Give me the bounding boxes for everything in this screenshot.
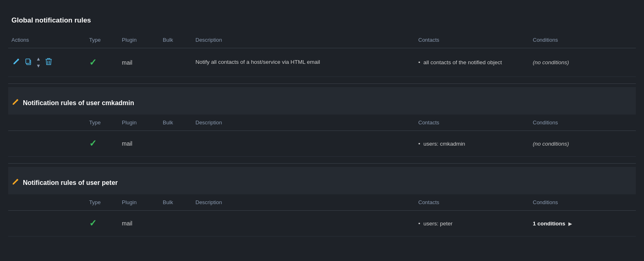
- cmkadmin-description-cell: [192, 142, 415, 145]
- move-down-button[interactable]: ▼: [35, 63, 42, 69]
- cmkadmin-bulk-cell: [159, 142, 192, 145]
- arrow-up-icon: ▲: [36, 56, 41, 61]
- peter-type-cell: ✓: [86, 216, 119, 230]
- peter-description-cell: [192, 222, 415, 225]
- peter-col-actions: Actions: [8, 198, 86, 207]
- peter-col-contacts: Contacts: [415, 198, 530, 207]
- copy-button[interactable]: [24, 57, 33, 68]
- peter-col-type: Type: [86, 198, 119, 207]
- peter-conditions-link[interactable]: 1 conditions: [533, 220, 565, 227]
- contacts-value: all contacts of the notified object: [424, 59, 502, 65]
- description-cell: Notify all contacts of a host/service vi…: [192, 56, 415, 68]
- peter-col-conditions: Conditions: [530, 198, 636, 207]
- col-header-description: Description: [192, 35, 415, 45]
- cmkadmin-col-bulk: Bulk: [159, 118, 192, 127]
- cmkadmin-table-row: ✓ mail • users: cmkadmin (no conditions): [8, 131, 636, 157]
- col-header-conditions: Conditions: [530, 35, 636, 45]
- delete-button[interactable]: [44, 56, 53, 68]
- cmkadmin-table-header: Actions Type Plugin Bulk Description Con…: [8, 115, 636, 131]
- actions-cell: ▲ ▼: [8, 54, 86, 71]
- global-section-title-bar: Global notification rules: [8, 7, 636, 32]
- plugin-cell: mail: [119, 58, 159, 68]
- section-divider-2: [8, 163, 636, 164]
- peter-contacts-cell: • users: peter: [415, 219, 530, 228]
- svg-rect-1: [26, 59, 30, 63]
- col-header-contacts: Contacts: [415, 35, 530, 45]
- cmkadmin-col-contacts: Contacts: [415, 118, 530, 127]
- cmkadmin-actions-cell: [8, 142, 86, 145]
- contacts-cell: • all contacts of the notified object: [415, 58, 530, 67]
- peter-chevron-right-icon: ▶: [568, 221, 572, 227]
- peter-col-description: Description: [192, 198, 415, 207]
- type-cell: ✓: [86, 56, 119, 70]
- cmkadmin-contacts-cell: • users: cmkadmin: [415, 139, 530, 148]
- arrow-down-icon: ▼: [36, 63, 41, 68]
- copy-icon: [25, 58, 32, 67]
- global-table-row: ▲ ▼ ✓ mail: [8, 48, 636, 77]
- peter-bullet-icon: •: [418, 220, 420, 227]
- cmkadmin-contacts-value: users: cmkadmin: [424, 141, 465, 147]
- cmkadmin-col-type: Type: [86, 118, 119, 127]
- peter-col-plugin: Plugin: [119, 198, 159, 207]
- peter-table-header: Actions Type Plugin Bulk Description Con…: [8, 194, 636, 211]
- edit-button[interactable]: [11, 56, 21, 68]
- peter-section-title-bar: Notification rules of user peter: [8, 167, 636, 194]
- peter-table-row: ✓ mail • users: peter 1 conditions ▶: [8, 211, 636, 236]
- pencil-peter-icon: [11, 178, 20, 188]
- peter-bulk-cell: [159, 222, 192, 225]
- global-section-title: Global notification rules: [11, 11, 633, 29]
- peter-contacts-value: users: peter: [424, 220, 453, 227]
- pencil-cmkadmin-icon: [11, 98, 20, 108]
- cmkadmin-conditions-cell: (no conditions): [530, 139, 636, 148]
- col-header-type: Type: [86, 35, 119, 45]
- cmkadmin-check-icon: ✓: [89, 138, 96, 148]
- cmkadmin-bullet-icon: •: [418, 141, 420, 147]
- cmkadmin-col-conditions: Conditions: [530, 118, 636, 127]
- cmkadmin-section-title-bar: Notification rules of user cmkadmin: [8, 87, 636, 115]
- check-icon: ✓: [89, 57, 96, 68]
- cmkadmin-col-plugin: Plugin: [119, 118, 159, 127]
- peter-conditions-cell: 1 conditions ▶: [530, 218, 636, 228]
- arrow-group: ▲ ▼: [35, 56, 42, 69]
- peter-check-icon: ✓: [89, 218, 96, 228]
- global-table-header: Actions Type Plugin Bulk Description Con…: [8, 32, 636, 48]
- peter-rules-table: Actions Type Plugin Bulk Description Con…: [8, 194, 636, 236]
- peter-actions-cell: [8, 222, 86, 225]
- section-divider-1: [8, 83, 636, 84]
- conditions-cell: (no conditions): [530, 58, 636, 67]
- bulk-cell: [159, 61, 192, 64]
- cmkadmin-type-cell: ✓: [86, 137, 119, 151]
- bullet-icon: •: [418, 59, 420, 65]
- page-container: Global notification rules Actions Type P…: [0, 0, 644, 243]
- move-up-button[interactable]: ▲: [35, 56, 42, 62]
- cmkadmin-col-description: Description: [192, 118, 415, 127]
- cmkadmin-rules-table: Actions Type Plugin Bulk Description Con…: [8, 115, 636, 157]
- col-header-actions: Actions: [8, 35, 86, 45]
- cmkadmin-heading-row: Notification rules of user cmkadmin: [11, 91, 633, 110]
- cmkadmin-col-actions: Actions: [8, 118, 86, 127]
- trash-icon: [45, 57, 52, 68]
- global-rules-table: Actions Type Plugin Bulk Description Con…: [8, 32, 636, 77]
- col-header-plugin: Plugin: [119, 35, 159, 45]
- peter-plugin-cell: mail: [119, 218, 159, 228]
- peter-heading-row: Notification rules of user peter: [11, 171, 633, 190]
- cmkadmin-section-heading: Notification rules of user cmkadmin: [23, 99, 134, 107]
- peter-section-heading: Notification rules of user peter: [23, 179, 118, 187]
- edit-icon: [12, 57, 20, 68]
- peter-col-bulk: Bulk: [159, 198, 192, 207]
- cmkadmin-plugin-cell: mail: [119, 139, 159, 148]
- col-header-bulk: Bulk: [159, 35, 192, 45]
